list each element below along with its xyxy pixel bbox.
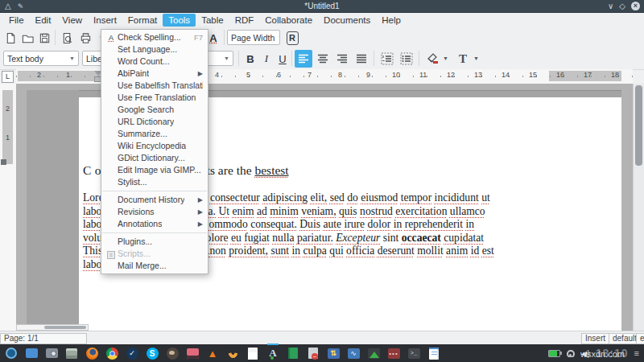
lowriter-icon[interactable] [427,347,440,360]
taskbar: ✓S▲A⇅∿•••>_ ◀) 18:10 ≡ wsxdn.com [0,344,644,362]
dictionary-icon[interactable] [287,347,299,360]
mail-client-icon[interactable]: ✓ [126,347,138,360]
volume-icon[interactable]: ◀) [581,349,590,358]
menu-collaborate[interactable]: Collaborate [259,14,318,27]
text-color-dropdown[interactable]: ▼ [473,56,479,61]
style-select[interactable]: Text body▼ [3,51,79,66]
italic-button[interactable]: I [258,50,275,68]
new-document-button[interactable] [2,29,19,47]
menu-item-use-babelfish-translation[interactable]: Use Babelfish Translation [101,80,208,92]
script-icon: ≡ [107,251,115,259]
menu-item-plugins[interactable]: Plugins... [101,236,208,248]
status-bar: Page: 1/1 Insert default en-GB [0,331,644,345]
audio-mixer-icon[interactable]: ••• [387,347,400,360]
print-preview-button[interactable] [58,29,76,47]
text-color-button[interactable]: T [454,50,472,68]
menu-file[interactable]: File [3,14,30,27]
tools-menu-popup: ACheck Spelling...F7Set Language...Word … [101,29,208,274]
save-button[interactable] [35,29,53,47]
submenu-arrow-icon: ▶ [198,206,203,218]
menu-item-scripts: ≡Scripts... [101,248,208,260]
horizontal-scrollbar[interactable] [16,324,89,331]
vertical-ruler[interactable]: 21 [0,84,17,331]
window-title: *Untitled1 [0,2,644,10]
vertical-scrollbar[interactable] [633,84,644,331]
archive-manager-icon[interactable] [65,347,78,360]
menu-item-google-search[interactable]: Google Search [101,104,208,116]
menu-item-mail-merge[interactable]: Mail Merge... [101,260,208,272]
menu-item-gdict-dictionary[interactable]: GDict Dictionary... [101,152,208,164]
submenu-arrow-icon: ▶ [198,68,203,80]
align-right-button[interactable] [333,50,351,68]
submenu-arrow-icon: ▶ [198,194,203,206]
menu-rdf[interactable]: RDF [229,14,260,27]
menu-item-summarize[interactable]: Summarize... [101,128,208,140]
menu-table[interactable]: Table [196,14,229,27]
bold-button[interactable]: B [242,50,259,68]
align-justify-button[interactable] [353,50,370,68]
system-tray: ◀) 18:10 ≡ wsxdn.com [548,347,639,360]
menu-help[interactable]: Help [376,14,407,27]
image-viewer-icon[interactable] [367,347,380,360]
menu-tools[interactable]: Tools [163,14,196,27]
underline-button[interactable]: U [274,50,291,68]
terminal-icon[interactable]: >_ [407,347,420,360]
menu-item-stylist[interactable]: Stylist... [101,176,208,188]
menu-item-annotations[interactable]: Annotations▶ [101,218,208,230]
menu-item-word-count[interactable]: Word Count... [101,56,208,68]
swap-tool-icon[interactable]: ⇅ [327,347,340,360]
submenu-arrow-icon: ▶ [198,218,203,230]
chromium-icon[interactable] [105,347,118,360]
file-manager-icon[interactable] [25,347,38,360]
page-indicator: Page: 1/1 [0,333,87,344]
battery-icon[interactable] [548,350,560,357]
spellcheck-icon: A [109,34,114,42]
menu-insert[interactable]: Insert [88,14,122,27]
menu-item-document-history[interactable]: Document History▶ [101,194,208,206]
align-center-button[interactable] [314,50,332,68]
menu-bar: FileEditViewInsertFormatToolsTableRDFCol… [0,13,644,27]
menu-item-use-free-translation[interactable]: Use Free Translation [101,92,208,104]
document-blocked-icon[interactable] [307,347,320,360]
align-left-button[interactable] [295,50,312,68]
app-menu-icon[interactable] [5,347,18,360]
title-bar: △ ✎ *Untitled1 ∨ ◇ × [0,0,644,13]
top-margin-marker[interactable] [1,159,6,165]
text-editor-icon[interactable] [246,347,259,360]
banana-app-icon[interactable] [226,347,239,360]
taskbar-menu-icon[interactable]: ≡ [634,348,639,358]
open-button[interactable] [19,29,36,47]
menu-item-abipaint[interactable]: AbiPaint▶ [101,68,208,80]
numbered-list-button[interactable] [378,50,396,68]
highlight-color-dropdown[interactable]: ▼ [443,56,448,61]
menu-edit[interactable]: Edit [30,14,57,27]
menu-item-set-language[interactable]: Set Language... [101,43,208,56]
zoom-select[interactable]: Page Width▼ [227,30,280,45]
print-button[interactable] [76,29,94,47]
skype-icon[interactable]: S [146,347,159,360]
tab-stop-selector[interactable]: L [2,71,14,83]
menu-format[interactable]: Format [122,14,163,27]
menu-item-edit-image-via-gimp[interactable]: Edit Image via GIMP... [101,164,208,176]
clock[interactable]: 18:10 [596,347,629,360]
menu-item-url-dictionary[interactable]: URL Dictionary [101,116,208,128]
wifi-icon[interactable] [566,350,576,357]
menu-item-revisions[interactable]: Revisions▶ [101,206,208,218]
menu-documents[interactable]: Documents [318,14,376,27]
menu-view[interactable]: View [56,14,88,27]
vlc-icon[interactable]: ▲ [206,347,219,360]
rdf-button[interactable]: R [283,29,301,47]
language-indicator: en-GB [636,333,644,344]
screenshot-tool-icon[interactable] [45,347,58,360]
media-player-icon[interactable] [186,347,199,360]
firefox-icon[interactable] [85,347,98,360]
abiword-icon[interactable]: A [266,347,279,360]
menu-item-wiki-encyclopedia[interactable]: Wiki Encyclopedia [101,140,208,152]
standard-toolbar: A Page Width▼ R [0,27,644,48]
bullet-list-button[interactable] [398,50,415,68]
menu-item-check-spelling[interactable]: ACheck Spelling...F7 [101,31,208,43]
system-monitor-icon[interactable]: ∿ [347,347,360,360]
gimp-icon[interactable] [166,347,179,360]
insert-mode-indicator: Insert [581,333,610,344]
highlight-color-button[interactable] [423,50,441,68]
